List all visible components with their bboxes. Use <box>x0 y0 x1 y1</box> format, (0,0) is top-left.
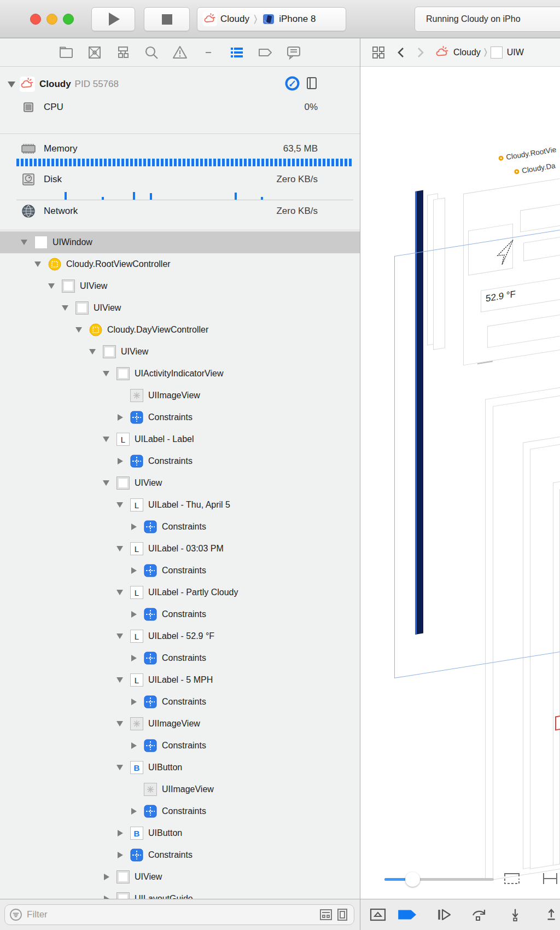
disclosure-down-icon[interactable] <box>103 480 109 486</box>
view-hierarchy-panel-icon[interactable] <box>305 76 318 92</box>
disclosure-right-icon[interactable] <box>131 524 137 530</box>
adjust-spacing-icon[interactable] <box>503 870 521 887</box>
stop-button[interactable] <box>144 7 190 31</box>
close-window-button[interactable] <box>30 14 41 25</box>
test-navigator-icon[interactable] <box>201 45 216 60</box>
tree-row[interactable]: Constraints <box>0 406 360 428</box>
tree-row[interactable]: BUIButton <box>0 757 360 778</box>
tree-row[interactable]: UIImageView <box>0 385 360 406</box>
tree-row[interactable]: UIImageView <box>0 713 360 735</box>
step-into-icon[interactable] <box>508 906 523 923</box>
disclosure-right-icon[interactable] <box>118 830 123 836</box>
continue-execution-icon[interactable] <box>436 906 454 923</box>
disclosure-down-icon[interactable] <box>103 371 109 376</box>
tree-row[interactable]: UIView <box>0 341 360 363</box>
jumpbar-item[interactable]: UIW <box>507 48 524 57</box>
disclosure-right-icon[interactable] <box>131 655 137 661</box>
disclosure-right-icon[interactable] <box>131 567 137 574</box>
disclosure-right-icon[interactable] <box>104 874 109 880</box>
disclosure-down-icon[interactable] <box>21 240 27 245</box>
jumpbar-app[interactable]: Cloudy <box>453 48 481 57</box>
step-over-icon[interactable] <box>471 906 487 923</box>
tree-row[interactable]: Constraints <box>0 844 360 866</box>
source-control-icon[interactable] <box>87 45 102 60</box>
tree-row[interactable]: LUILabel - 52.9 °F <box>0 625 360 647</box>
related-items-icon[interactable] <box>371 45 386 60</box>
tree-row[interactable]: Constraints <box>0 735 360 757</box>
gauge-indicator-icon[interactable] <box>285 76 300 93</box>
breakpoint-navigator-icon[interactable] <box>258 45 273 60</box>
tree-row[interactable]: LUILabel - Thu, April 5 <box>0 494 360 516</box>
disclosure-down-icon[interactable] <box>62 305 68 311</box>
forward-chevron-icon[interactable] <box>416 47 425 59</box>
tree-row[interactable]: LUILabel - 03:03 PM <box>0 538 360 560</box>
tree-row[interactable]: UIView <box>0 275 360 297</box>
gauge-row-disk[interactable]: DiskZero KB/s <box>0 168 360 190</box>
tree-row[interactable]: BUIButton <box>0 822 360 844</box>
disclosure-down-icon[interactable] <box>116 502 123 508</box>
filter-view-toggle-icon[interactable] <box>335 908 349 922</box>
symbol-navigator-icon[interactable] <box>115 45 131 60</box>
disclosure-down-icon[interactable] <box>75 327 82 333</box>
hierarchy-3d-canvas[interactable]: Cloudy.RootVie Cloudy.Da 52.9 °F <box>360 67 560 899</box>
tree-row[interactable]: Cloudy.RootViewController <box>0 253 360 275</box>
process-row[interactable]: Cloudy PID 55768 <box>0 73 360 95</box>
disclosure-down-icon[interactable] <box>103 437 109 442</box>
zoom-slider[interactable] <box>384 878 494 881</box>
tree-row[interactable]: Constraints <box>0 800 360 822</box>
tree-row[interactable]: UIImageView <box>0 778 360 800</box>
disclosure-right-icon[interactable] <box>131 742 137 749</box>
tree-row[interactable]: Constraints <box>0 560 360 582</box>
issue-navigator-icon[interactable] <box>172 45 188 60</box>
gauge-row-network[interactable]: NetworkZero KB/s <box>0 200 360 222</box>
report-navigator-icon[interactable] <box>286 45 301 60</box>
tree-row[interactable]: UIView <box>0 866 360 888</box>
disclosure-right-icon[interactable] <box>118 458 123 464</box>
disclosure-down-icon[interactable] <box>116 765 123 770</box>
disclosure-down-icon[interactable] <box>48 283 55 289</box>
disclosure-down-icon[interactable] <box>116 590 123 595</box>
find-navigator-icon[interactable] <box>144 45 159 60</box>
gauge-row-cpu[interactable]: CPU0% <box>0 96 360 118</box>
zoom-window-button[interactable] <box>63 14 74 25</box>
disclosure-down-icon[interactable] <box>116 721 123 726</box>
filter-hierarchy-toggle-icon[interactable] <box>319 908 333 922</box>
tree-row[interactable]: UIView <box>0 472 360 494</box>
back-chevron-icon[interactable] <box>396 47 405 59</box>
tree-row[interactable]: Constraints <box>0 691 360 713</box>
scheme-selector[interactable]: Cloudy 〉 iPhone 8 <box>197 7 346 31</box>
disclosure-right-icon[interactable] <box>131 611 137 618</box>
hide-debug-area-icon[interactable] <box>369 906 388 923</box>
slider-thumb[interactable] <box>405 872 420 887</box>
tree-row[interactable]: LUILabel - Label <box>0 428 360 450</box>
step-out-icon[interactable] <box>544 906 559 923</box>
tree-row[interactable]: UILayoutGuide <box>0 888 360 899</box>
tree-row[interactable]: LUILabel - Partly Cloudy <box>0 582 360 603</box>
filter-input[interactable]: Filter <box>4 904 354 925</box>
gauge-row-memory[interactable]: Memory63,5 MB <box>0 138 360 160</box>
tree-row[interactable]: Cloudy.DayViewController <box>0 319 360 341</box>
tree-row[interactable]: Constraints <box>0 603 360 625</box>
tree-row[interactable]: Constraints <box>0 516 360 538</box>
breakpoints-toggle-icon[interactable] <box>396 906 416 923</box>
tree-row[interactable]: UIWindow <box>0 231 360 253</box>
show-constraints-icon[interactable] <box>541 870 559 887</box>
tree-row[interactable]: UIActivityIndicatorView <box>0 363 360 385</box>
disclosure-right-icon[interactable] <box>131 808 137 815</box>
disclosure-down-icon[interactable] <box>89 349 96 354</box>
tree-row[interactable]: UIView <box>0 297 360 319</box>
disclosure-down-icon[interactable] <box>116 677 123 683</box>
disclosure-right-icon[interactable] <box>131 699 137 705</box>
disclosure-right-icon[interactable] <box>118 414 123 421</box>
disclosure-down-icon[interactable] <box>8 82 15 88</box>
disclosure-down-icon[interactable] <box>116 633 123 639</box>
disclosure-down-icon[interactable] <box>34 261 41 267</box>
project-navigator-icon[interactable] <box>59 45 74 60</box>
tree-row[interactable]: LUILabel - 5 MPH <box>0 669 360 691</box>
disclosure-down-icon[interactable] <box>116 546 123 551</box>
minimize-window-button[interactable] <box>46 14 57 25</box>
tree-row[interactable]: Constraints <box>0 647 360 669</box>
run-button[interactable] <box>91 7 135 31</box>
panel-divider[interactable] <box>360 38 360 930</box>
disclosure-right-icon[interactable] <box>118 852 123 858</box>
